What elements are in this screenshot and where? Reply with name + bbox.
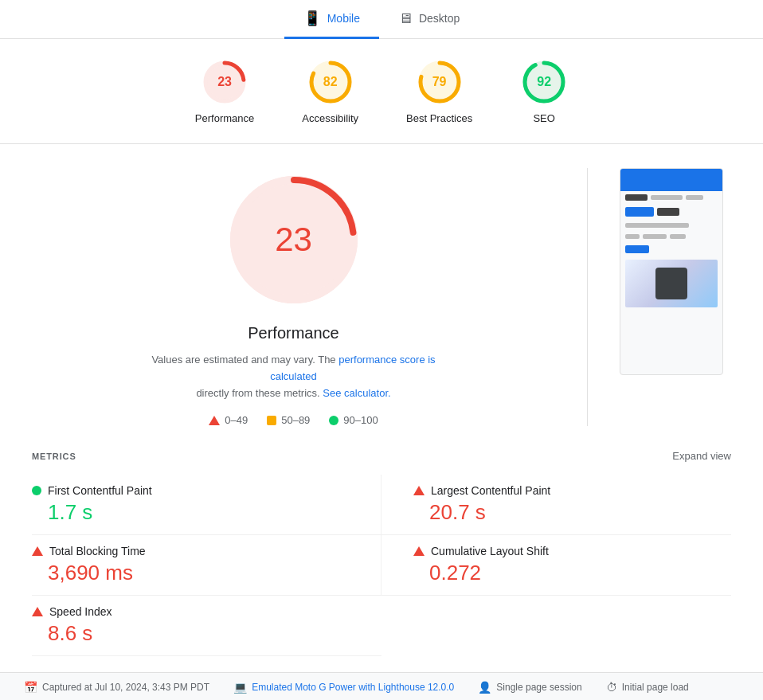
metric-tbt-header: Total Blocking Time <box>32 545 349 557</box>
score-circle-accessibility: 82 <box>307 58 354 106</box>
footer-session-text: Single page session <box>496 682 581 693</box>
footer-session: 👤 Single page session <box>478 681 581 694</box>
ss-block-1 <box>625 194 648 201</box>
ss-block-4 <box>625 207 654 217</box>
clock-icon: ⏱ <box>606 681 617 694</box>
tab-mobile-label: Mobile <box>327 12 360 25</box>
legend-dot-icon <box>329 416 338 425</box>
tab-desktop-label: Desktop <box>419 12 460 25</box>
score-accessibility[interactable]: 82 Accessibility <box>302 58 358 124</box>
cls-status-icon <box>413 546 425 556</box>
ss-row-1 <box>620 191 722 204</box>
footer-load-text: Initial page load <box>622 682 689 693</box>
big-desc-text2: directly from these metrics. <box>196 387 319 399</box>
ss-block-2 <box>651 195 683 200</box>
si-value: 8.6 s <box>32 621 350 646</box>
metric-lcp: Largest Contentful Paint 20.7 s <box>382 475 731 535</box>
metric-fcp-header: First Contentful Paint <box>32 484 349 497</box>
big-performance-title: Performance <box>248 324 339 342</box>
big-performance-circle: 23 <box>222 168 366 311</box>
si-label: Speed Index <box>49 605 112 618</box>
ss-img-inner <box>655 268 687 299</box>
score-seo[interactable]: 92 SEO <box>520 58 568 124</box>
person-icon: 👤 <box>478 681 491 694</box>
calendar-icon: 📅 <box>24 681 37 694</box>
score-best-practices[interactable]: 79 Best Practices <box>406 58 472 124</box>
metric-fcp: First Contentful Paint 1.7 s <box>32 475 382 535</box>
legend-fail-label: 0–49 <box>225 414 248 426</box>
ss-row-2 <box>620 204 722 220</box>
footer-captured-text: Captured at Jul 10, 2024, 3:43 PM PDT <box>42 682 209 693</box>
ss-block-3 <box>686 195 703 200</box>
score-circle-seo: 92 <box>520 58 568 106</box>
tabs-bar: 📱 Mobile 🖥 Desktop <box>0 0 763 39</box>
screenshot-section <box>620 168 731 426</box>
score-num-best-practices: 79 <box>432 75 447 89</box>
desktop-icon: 🖥 <box>398 10 413 27</box>
legend-average-label: 50–89 <box>281 414 310 426</box>
tbt-status-icon <box>32 546 43 556</box>
big-desc-text1: Values are estimated and may vary. The <box>151 354 335 366</box>
metrics-grid: First Contentful Paint 1.7 s Largest Con… <box>32 475 731 656</box>
legend-average: 50–89 <box>267 414 310 426</box>
ss-image-area <box>625 260 718 307</box>
metric-cls: Cumulative Layout Shift 0.272 <box>382 535 731 596</box>
metric-lcp-header: Largest Contentful Paint <box>413 484 731 497</box>
tbt-value: 3,690 ms <box>32 561 349 585</box>
metrics-section: METRICS Expand view First Contentful Pai… <box>0 450 763 672</box>
score-num-performance: 23 <box>217 75 232 89</box>
footer-load: ⏱ Initial page load <box>606 681 689 694</box>
metrics-header: METRICS Expand view <box>32 450 731 462</box>
legend: 0–49 50–89 90–100 <box>209 414 378 426</box>
device-icon: 💻 <box>233 681 247 694</box>
main-content: 23 Performance Values are estimated and … <box>0 144 763 450</box>
footer-device-link[interactable]: Emulated Moto G Power with Lighthouse 12… <box>252 682 454 693</box>
ss-header-bar <box>620 169 722 191</box>
score-circle-performance: 23 <box>201 58 248 106</box>
score-label-seo: SEO <box>533 112 554 124</box>
metric-si-header: Speed Index <box>32 605 350 618</box>
footer-bar: 📅 Captured at Jul 10, 2024, 3:43 PM PDT … <box>0 672 763 700</box>
metric-empty <box>382 596 731 656</box>
score-label-accessibility: Accessibility <box>302 112 358 124</box>
big-score-section: 23 Performance Values are estimated and … <box>32 168 555 426</box>
metric-tbt: Total Blocking Time 3,690 ms <box>32 535 382 596</box>
lcp-label: Largest Contentful Paint <box>431 484 550 497</box>
metrics-title: METRICS <box>32 452 76 461</box>
lcp-value: 20.7 s <box>413 500 731 525</box>
legend-pass-label: 90–100 <box>343 414 378 426</box>
legend-fail: 0–49 <box>209 414 248 426</box>
score-num-seo: 92 <box>537 75 551 89</box>
score-circle-best-practices: 79 <box>416 58 464 106</box>
score-label-best-practices: Best Practices <box>406 112 472 124</box>
ss-row-4 <box>620 231 722 242</box>
score-performance[interactable]: 23 Performance <box>195 58 254 124</box>
si-status-icon <box>32 607 43 616</box>
ss-block-6 <box>625 223 689 228</box>
legend-pass: 90–100 <box>329 414 378 426</box>
tab-desktop[interactable]: 🖥 Desktop <box>379 0 479 39</box>
tab-mobile[interactable]: 📱 Mobile <box>284 0 379 39</box>
cls-label: Cumulative Layout Shift <box>431 545 549 557</box>
expand-view-button[interactable]: Expand view <box>672 450 731 462</box>
score-label-performance: Performance <box>195 112 254 124</box>
ss-block-9 <box>670 234 686 239</box>
cls-value: 0.272 <box>413 561 731 585</box>
legend-square-icon <box>267 416 276 425</box>
ss-row-5 <box>620 242 722 256</box>
scores-row: 23 Performance 82 Accessibility 79 Best … <box>0 39 763 144</box>
ss-block-8 <box>643 234 667 239</box>
ss-row-3 <box>620 220 722 231</box>
ss-block-5 <box>657 208 679 216</box>
vertical-divider <box>587 168 588 426</box>
fcp-label: First Contentful Paint <box>48 484 152 497</box>
metric-cls-header: Cumulative Layout Shift <box>413 545 731 557</box>
calculator-link[interactable]: See calculator. <box>323 387 390 399</box>
score-num-accessibility: 82 <box>323 75 338 89</box>
metric-si: Speed Index 8.6 s <box>32 596 382 656</box>
ss-block-10 <box>625 245 649 253</box>
mobile-icon: 📱 <box>303 10 321 27</box>
fcp-status-icon <box>32 486 41 495</box>
ss-block-7 <box>625 234 640 239</box>
screenshot-thumbnail <box>620 168 723 375</box>
